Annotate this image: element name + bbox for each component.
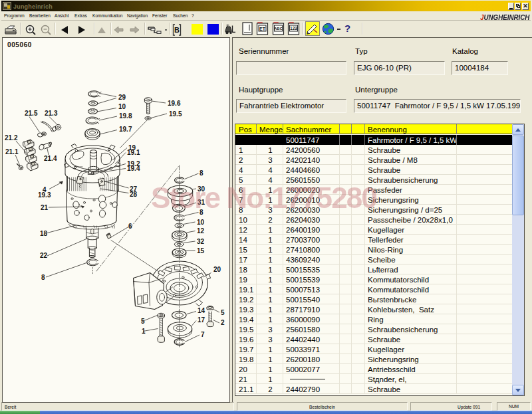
svg-text:ABC: ABC: [274, 27, 283, 31]
svg-text:2: 2: [221, 319, 225, 326]
svg-text:6: 6: [128, 223, 132, 230]
svg-text:5: 5: [141, 318, 145, 325]
svg-text:B: B: [174, 26, 180, 34]
svg-text:17: 17: [198, 316, 205, 324]
svg-text:21.3: 21.3: [45, 110, 58, 117]
svg-text:15: 15: [197, 247, 205, 255]
svg-text:10: 10: [118, 103, 126, 110]
svg-text:5: 5: [221, 309, 225, 316]
svg-text:19.3: 19.3: [38, 191, 51, 199]
svg-text:14: 14: [198, 307, 205, 314]
svg-text:20: 20: [213, 266, 221, 273]
svg-text:29: 29: [118, 94, 126, 101]
svg-text:19.7: 19.7: [119, 126, 132, 133]
svg-text:19.8: 19.8: [119, 112, 132, 120]
svg-text:10: 10: [197, 219, 205, 226]
svg-text:28: 28: [130, 191, 138, 198]
svg-text:21.4: 21.4: [44, 155, 57, 162]
svg-text:19.4: 19.4: [127, 165, 140, 172]
svg-text:ET: ET: [259, 27, 266, 31]
svg-text:21.2: 21.2: [5, 134, 18, 142]
svg-text:123: 123: [290, 26, 297, 31]
svg-text:12: 12: [197, 227, 205, 235]
svg-text:1: 1: [142, 328, 146, 335]
svg-text:7: 7: [201, 331, 205, 338]
svg-text:8: 8: [200, 169, 203, 177]
svg-text:19.5: 19.5: [169, 110, 182, 118]
svg-text:22: 22: [40, 252, 48, 259]
svg-text:8: 8: [41, 274, 45, 281]
svg-text:21: 21: [41, 204, 49, 211]
svg-text:21.1: 21.1: [5, 148, 19, 155]
svg-text:18: 18: [40, 230, 48, 237]
svg-text:32: 32: [197, 238, 205, 245]
svg-text:21.5: 21.5: [25, 110, 38, 117]
svg-text:19.1: 19.1: [127, 149, 140, 156]
svg-text:19.6: 19.6: [168, 100, 181, 107]
